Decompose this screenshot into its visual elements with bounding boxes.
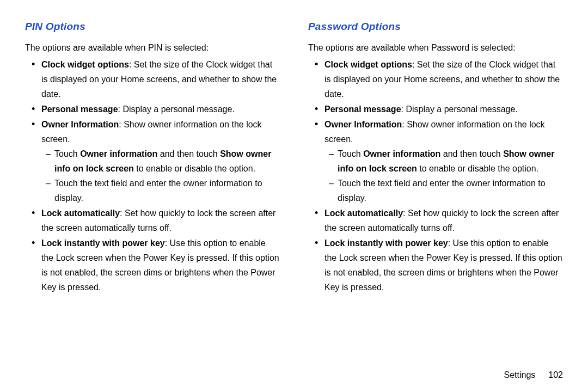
bullet-lockinstant: Lock instantly with power key: Use this … [34,236,280,295]
t: to enable or disable the option. [417,164,538,173]
bullet-clock: Clock widget options: Set the size of th… [317,57,563,101]
intro-text: The options are available when Password … [308,40,563,55]
label: Clock widget options [324,60,412,69]
bullet-owner: Owner Information: Show owner informatio… [317,117,563,205]
label: Owner Information [41,120,119,129]
bullet-lockauto: Lock automatically: Set how quickly to l… [34,206,280,235]
label: Lock instantly with power key [324,238,448,248]
bullet-lockinstant: Lock instantly with power key: Use this … [317,236,563,295]
bullet-lockauto: Lock automatically: Set how quickly to l… [317,206,563,235]
left-column: PIN Options The options are available wh… [25,21,280,377]
sub-owner-1: Touch Owner information and then touch S… [330,146,563,176]
label: Owner Information [324,120,402,129]
label: Lock instantly with power key [41,238,165,248]
bullet-list: Clock widget options: Set the size of th… [308,57,563,295]
heading-password-options: Password Options [308,21,563,33]
t: Touch [54,149,80,158]
sub-owner-2: Touch the text field and enter the owner… [47,176,280,205]
footer-section: Settings [504,370,535,379]
t: Owner information [80,149,157,158]
text: : Display a personal message. [401,105,518,114]
intro-text: The options are available when PIN is se… [25,40,280,55]
label: Lock automatically [324,209,403,218]
bullet-personal: Personal message: Display a personal mes… [317,102,563,117]
label: Lock automatically [41,209,120,218]
t: and then touch [440,149,503,158]
text: : Display a personal message. [118,105,235,114]
bullet-clock: Clock widget options: Set the size of th… [34,57,280,101]
bullet-list: Clock widget options: Set the size of th… [25,57,280,295]
sub-list: Touch Owner information and then touch S… [324,146,563,205]
t: Owner information [363,149,440,158]
t: and then touch [157,149,220,158]
heading-pin-options: PIN Options [25,21,280,33]
bullet-owner: Owner Information: Show owner informatio… [34,117,280,205]
manual-page: PIN Options The options are available wh… [0,0,588,392]
label: Clock widget options [41,60,129,69]
columns: PIN Options The options are available wh… [25,21,563,377]
t: Touch [338,149,363,158]
page-footer: Settings102 [504,370,563,380]
sub-owner-2: Touch the text field and enter the owner… [330,176,563,205]
footer-page-number: 102 [548,370,563,379]
bullet-personal: Personal message: Display a personal mes… [34,102,280,117]
right-column: Password Options The options are availab… [308,21,563,377]
t: to enable or disable the option. [134,164,255,173]
sub-owner-1: Touch Owner information and then touch S… [47,146,280,176]
label: Personal message [324,105,401,114]
sub-list: Touch Owner information and then touch S… [41,146,280,205]
label: Personal message [41,105,118,114]
